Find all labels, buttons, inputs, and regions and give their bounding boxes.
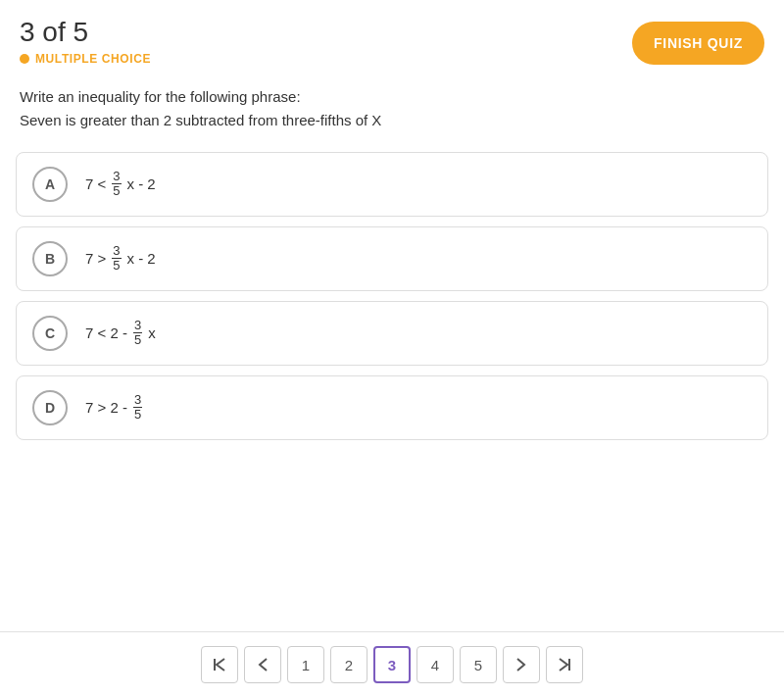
page-1[interactable]: 1 (287, 646, 324, 683)
option-b-letter: B (32, 241, 68, 276)
question-counter: 3 of 5 (20, 18, 151, 48)
nav-last-button[interactable] (546, 646, 583, 683)
nav-prev-button[interactable] (244, 646, 281, 683)
type-dot (20, 54, 29, 64)
option-b[interactable]: B 7 > 3 5 x - 2 (16, 226, 768, 291)
option-a[interactable]: A 7 < 3 5 x - 2 (16, 152, 768, 217)
finish-quiz-button[interactable]: FINISH QUIZ (632, 22, 764, 65)
nav-first-button[interactable] (201, 646, 238, 683)
navigation-footer: 1 2 3 4 5 (0, 631, 784, 697)
question-line1: Write an inequality for the following ph… (20, 85, 764, 109)
option-c[interactable]: C 7 < 2 - 3 5 x (16, 301, 768, 366)
option-d-content: 7 > 2 - 3 5 (85, 393, 144, 423)
option-d-letter: D (32, 390, 68, 425)
page-2[interactable]: 2 (330, 646, 368, 683)
fraction-c: 3 5 (133, 319, 142, 348)
header: 3 of 5 MULTIPLE CHOICE FINISH QUIZ (0, 0, 784, 75)
question-line2: Seven is greater than 2 subtracted from … (20, 109, 764, 132)
last-icon (558, 658, 571, 672)
fraction-d: 3 5 (133, 393, 142, 423)
question-type: MULTIPLE CHOICE (20, 52, 151, 66)
page-5[interactable]: 5 (460, 646, 497, 683)
option-d[interactable]: D 7 > 2 - 3 5 (16, 375, 768, 440)
question-counter-block: 3 of 5 MULTIPLE CHOICE (20, 18, 151, 66)
prev-icon (258, 658, 268, 672)
option-c-content: 7 < 2 - 3 5 x (85, 319, 156, 348)
fraction-a: 3 5 (112, 170, 121, 199)
option-b-content: 7 > 3 5 x - 2 (85, 244, 156, 274)
nav-next-button[interactable] (503, 646, 540, 683)
type-label: MULTIPLE CHOICE (35, 52, 151, 66)
next-icon (516, 658, 526, 672)
page-4[interactable]: 4 (416, 646, 454, 683)
option-c-letter: C (32, 316, 68, 351)
fraction-b: 3 5 (112, 244, 121, 274)
question-text-block: Write an inequality for the following ph… (0, 75, 784, 152)
first-icon (213, 658, 226, 672)
page-3-active[interactable]: 3 (373, 646, 411, 683)
options-container: A 7 < 3 5 x - 2 B 7 > 3 5 x - 2 C 7 < 2 … (0, 152, 784, 440)
option-a-letter: A (32, 167, 68, 202)
option-a-content: 7 < 3 5 x - 2 (85, 170, 156, 199)
